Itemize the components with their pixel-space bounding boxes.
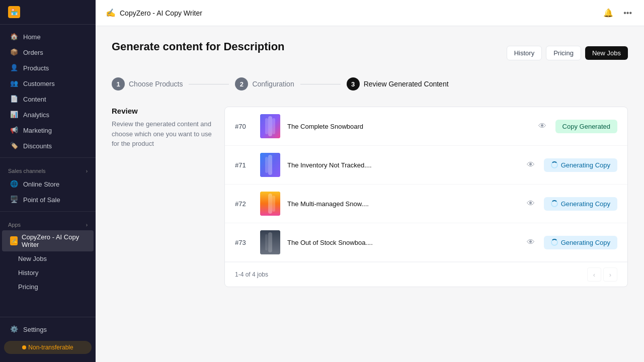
- eye-icon[interactable]: 👁: [525, 197, 537, 210]
- table-row: #73 The Out of Stock Snowboa.... 👁: [225, 223, 627, 262]
- sidebar-item-label: Customers: [23, 80, 55, 87]
- sidebar-item-pricing[interactable]: Pricing: [2, 280, 94, 294]
- review-title: Review: [112, 107, 212, 115]
- sidebar-header: 🏪: [0, 0, 96, 25]
- topbar-right: 🔔 •••: [601, 6, 634, 20]
- step-3-label: Review Generated Content: [364, 80, 449, 88]
- sidebar-item-history[interactable]: History: [2, 266, 94, 280]
- discounts-icon: 🏷️: [10, 142, 18, 150]
- topbar-logo: ✍️: [106, 8, 116, 18]
- online-store-icon: 🌐: [10, 180, 18, 188]
- topbar-left: ✍️ CopyZero - AI Copy Writer: [106, 8, 202, 18]
- job-name: The Multi-managed Snow....: [287, 200, 518, 208]
- eye-icon[interactable]: 👁: [525, 158, 537, 171]
- sidebar-item-new-jobs[interactable]: New Jobs: [2, 252, 94, 265]
- sidebar-item-analytics[interactable]: 📊 Analytics: [2, 107, 94, 122]
- job-id: #71: [235, 161, 253, 169]
- sidebar-item-online-store[interactable]: 🌐 Online Store: [2, 176, 94, 192]
- sidebar-item-label: CopyZero - AI Copy Writer: [22, 233, 86, 248]
- generating-button[interactable]: Generating Copy: [544, 158, 617, 172]
- sidebar-item-marketing[interactable]: 📢 Marketing: [2, 123, 94, 138]
- prev-page-button[interactable]: ‹: [587, 267, 601, 282]
- home-icon: 🏠: [10, 33, 18, 41]
- sidebar-item-label: Home: [23, 33, 41, 41]
- apps-label: Apps ›: [0, 216, 96, 230]
- spinner-icon: [551, 239, 558, 246]
- job-name: The Inventory Not Tracked....: [287, 161, 518, 169]
- sidebar-item-label: Products: [23, 64, 49, 72]
- job-thumbnail: [260, 114, 280, 138]
- sidebar-item-label: Discounts: [23, 142, 52, 150]
- content-area: Generate content for Description History…: [96, 26, 644, 362]
- step-2-label: Configuration: [252, 80, 294, 88]
- job-thumbnail: [260, 230, 280, 254]
- copyzero-logo: ✍️: [10, 236, 18, 245]
- spinner-icon: [551, 200, 558, 207]
- bell-icon[interactable]: 🔔: [601, 6, 615, 20]
- step-connector-2: [300, 84, 341, 84]
- job-action: Generating Copy: [544, 158, 617, 172]
- job-name: The Complete Snowboard: [287, 123, 529, 130]
- main-area: ✍️ CopyZero - AI Copy Writer 🔔 ••• Gener…: [96, 0, 644, 362]
- pricing-button[interactable]: Pricing: [546, 46, 581, 60]
- review-panel: Review Review the generated content and …: [112, 107, 212, 287]
- header-actions: History Pricing New Jobs: [507, 46, 628, 60]
- sidebar-item-label: Online Store: [23, 180, 59, 188]
- svg-rect-5: [268, 155, 272, 175]
- svg-rect-3: [272, 118, 275, 134]
- sidebar-sub-label: Pricing: [18, 283, 38, 291]
- orders-icon: 📦: [10, 48, 18, 56]
- sidebar-item-settings[interactable]: ⚙️ Settings: [2, 322, 94, 337]
- table-footer: 1-4 of 4 jobs ‹ ›: [225, 262, 627, 287]
- stepper: 1 Choose Products 2 Configuration 3 Revi…: [112, 77, 628, 90]
- sidebar-divider: [0, 157, 96, 158]
- sidebar-item-label: Settings: [23, 326, 47, 333]
- sidebar-item-products[interactable]: 👤 Products: [2, 60, 94, 75]
- sidebar-sub-label: History: [18, 269, 38, 277]
- sidebar-item-copyzero[interactable]: ✍️ CopyZero - AI Copy Writer: [2, 230, 94, 251]
- step-3: 3 Review Generated Content: [347, 77, 449, 90]
- pos-icon: 🖥️: [10, 196, 18, 204]
- sidebar-item-discounts[interactable]: 🏷️ Discounts: [2, 138, 94, 153]
- next-page-button[interactable]: ›: [603, 267, 617, 282]
- sidebar-item-customers[interactable]: 👥 Customers: [2, 76, 94, 91]
- table-row: #72 The Multi-managed Snow.... 👁: [225, 185, 627, 223]
- copy-generated-button[interactable]: Copy Generated: [555, 120, 617, 133]
- chevron-right-icon: ›: [86, 168, 88, 174]
- sidebar-item-content[interactable]: 📄 Content: [2, 92, 94, 107]
- svg-rect-1: [268, 116, 272, 136]
- step-1-circle: 1: [112, 77, 125, 90]
- review-description: Review the generated content and choose …: [112, 119, 212, 149]
- step-2: 2 Configuration: [235, 77, 294, 90]
- job-action: Generating Copy: [544, 236, 617, 249]
- sidebar-item-orders[interactable]: 📦 Orders: [2, 45, 94, 60]
- svg-rect-6: [265, 157, 268, 173]
- job-thumbnail: [260, 192, 280, 216]
- svg-rect-11: [268, 232, 272, 252]
- topbar-title: CopyZero - AI Copy Writer: [120, 9, 202, 17]
- sales-channels-label: Sales channels ›: [0, 162, 96, 176]
- step-1-label: Choose Products: [129, 80, 183, 88]
- generating-button[interactable]: Generating Copy: [544, 197, 617, 211]
- content-icon: 📄: [10, 95, 18, 103]
- two-col-layout: Review Review the generated content and …: [112, 107, 628, 287]
- sidebar-item-pos[interactable]: 🖥️ Point of Sale: [2, 192, 94, 207]
- step-3-circle: 3: [347, 77, 360, 90]
- more-icon[interactable]: •••: [621, 7, 634, 20]
- table-row: #70 The Complete Snowboard 👁 Copy: [225, 107, 627, 146]
- sidebar-sub-label: New Jobs: [18, 255, 47, 262]
- svg-rect-12: [265, 234, 268, 250]
- svg-rect-9: [272, 196, 275, 212]
- job-id: #72: [235, 200, 253, 208]
- eye-icon[interactable]: 👁: [525, 236, 537, 249]
- history-button[interactable]: History: [507, 46, 542, 60]
- sidebar-item-home[interactable]: 🏠 Home: [2, 29, 94, 44]
- sidebar-divider-2: [0, 211, 96, 212]
- pagination-buttons: ‹ ›: [587, 267, 617, 282]
- analytics-icon: 📊: [10, 111, 18, 119]
- generating-button[interactable]: Generating Copy: [544, 236, 617, 249]
- eye-icon[interactable]: 👁: [536, 120, 548, 133]
- dot-icon: [22, 345, 26, 349]
- new-jobs-button[interactable]: New Jobs: [585, 46, 628, 60]
- sidebar-item-label: Analytics: [23, 111, 49, 119]
